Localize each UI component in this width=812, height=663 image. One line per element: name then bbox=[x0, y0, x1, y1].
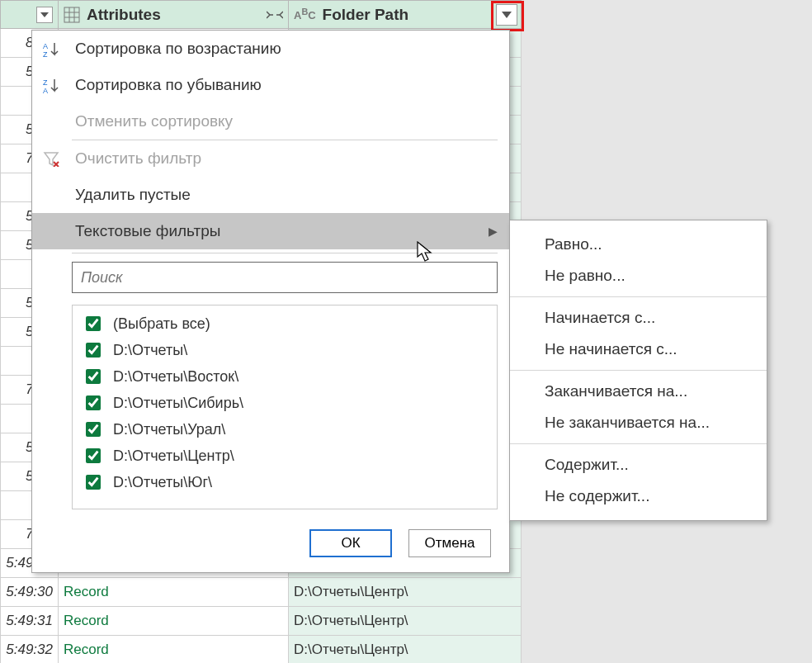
filter-value-item[interactable]: D:\Отчеты\ bbox=[73, 337, 497, 363]
menu-label: Очистить фильтр bbox=[75, 149, 201, 168]
ok-button[interactable]: ОК bbox=[309, 529, 392, 557]
filter-value-label: (Выбрать все) bbox=[113, 315, 210, 333]
menu-label: Удалить пустые bbox=[75, 186, 191, 204]
column-label: Folder Path bbox=[323, 6, 409, 24]
filter-value-label: D:\Отчеты\Урал\ bbox=[113, 421, 225, 438]
header-stub bbox=[0, 0, 59, 29]
filter-value-item[interactable]: D:\Отчеты\Восток\ bbox=[73, 363, 497, 390]
filter-ends-with[interactable]: Заканчивается на... bbox=[510, 376, 767, 407]
filter-value-label: D:\Отчеты\Сибирь\ bbox=[113, 395, 243, 412]
clear-filter-icon bbox=[39, 150, 64, 167]
menu-label: Сортировка по возрастанию bbox=[75, 40, 281, 58]
filter-checkbox[interactable] bbox=[86, 475, 101, 490]
table-row[interactable]: 5:49:32RecordD:\Отчеты\Центр\ bbox=[0, 636, 812, 663]
filter-value-item[interactable]: D:\Отчеты\Центр\ bbox=[73, 443, 497, 469]
filter-value-label: D:\Отчеты\ bbox=[113, 342, 187, 359]
filter-begins-with[interactable]: Начинается с... bbox=[510, 302, 767, 334]
sort-ascending-item[interactable]: AZ Сортировка по возрастанию bbox=[32, 31, 509, 67]
filter-checkbox[interactable] bbox=[86, 343, 101, 358]
filter-not-contains[interactable]: Не содержит... bbox=[510, 481, 767, 512]
cancel-button[interactable]: Отмена bbox=[408, 529, 491, 557]
expand-icon bbox=[267, 8, 283, 21]
separator bbox=[510, 296, 767, 297]
filter-dropdown-panel: AZ Сортировка по возрастанию ZA Сортиров… bbox=[31, 30, 510, 573]
clear-filter-item: Очистить фильтр bbox=[32, 140, 509, 177]
chevron-down-icon bbox=[502, 12, 512, 18]
svg-marker-0 bbox=[40, 12, 49, 17]
cell-time: 5:49:31 bbox=[0, 607, 59, 636]
filter-checkbox[interactable] bbox=[86, 395, 101, 410]
filter-checkbox[interactable] bbox=[86, 316, 101, 331]
filter-checkbox[interactable] bbox=[86, 422, 101, 437]
filter-value-label: D:\Отчеты\Восток\ bbox=[113, 368, 238, 386]
cell-attributes: Record bbox=[59, 636, 289, 663]
abc-type-icon: ABC bbox=[294, 7, 316, 21]
column-header-attributes[interactable]: Attributes bbox=[59, 0, 289, 29]
cell-time: 5:49:30 bbox=[0, 578, 59, 607]
text-filters-item[interactable]: Текстовые фильтры ▶ bbox=[32, 213, 509, 249]
filter-contains[interactable]: Содержит... bbox=[510, 449, 767, 481]
filter-value-item[interactable]: D:\Отчеты\Урал\ bbox=[73, 416, 497, 443]
menu-label: Текстовые фильтры bbox=[75, 222, 220, 240]
table-row[interactable]: 5:49:30RecordD:\Отчеты\Центр\ bbox=[0, 578, 812, 607]
filter-checkbox[interactable] bbox=[86, 369, 101, 384]
cell-folder-path: D:\Отчеты\Центр\ bbox=[289, 578, 522, 607]
row-selector-dropdown[interactable] bbox=[36, 7, 53, 23]
filter-equals[interactable]: Равно... bbox=[510, 229, 767, 260]
filter-search-input[interactable] bbox=[72, 262, 498, 293]
cell-folder-path: D:\Отчеты\Центр\ bbox=[289, 636, 522, 663]
table-icon bbox=[64, 7, 80, 23]
column-filter-dropdown[interactable] bbox=[496, 4, 517, 26]
svg-text:A: A bbox=[43, 42, 48, 50]
submenu-arrow-icon: ▶ bbox=[489, 225, 498, 238]
sort-descending-item[interactable]: ZA Сортировка по убыванию bbox=[32, 67, 509, 103]
svg-text:Z: Z bbox=[43, 78, 48, 87]
search-wrap bbox=[32, 253, 509, 301]
svg-rect-1 bbox=[64, 7, 79, 22]
column-header-folder-path[interactable]: ABC Folder Path bbox=[289, 0, 522, 29]
cell-attributes: Record bbox=[59, 607, 289, 636]
separator bbox=[510, 370, 767, 371]
remove-empty-item[interactable]: Удалить пустые bbox=[32, 177, 509, 213]
filter-value-item[interactable]: D:\Отчеты\Сибирь\ bbox=[73, 390, 497, 416]
column-header-row: Attributes ABC Folder Path bbox=[0, 0, 812, 29]
filter-value-label: D:\Отчеты\Центр\ bbox=[113, 448, 234, 465]
cell-folder-path: D:\Отчеты\Центр\ bbox=[289, 607, 522, 636]
filter-checkbox[interactable] bbox=[86, 448, 101, 463]
text-filters-submenu: Равно... Не равно... Начинается с... Не … bbox=[509, 220, 767, 521]
table-row[interactable]: 5:49:31RecordD:\Отчеты\Центр\ bbox=[0, 607, 812, 636]
filter-value-label: D:\Отчеты\Юг\ bbox=[113, 474, 212, 491]
svg-text:A: A bbox=[43, 87, 48, 93]
expand-column-button[interactable] bbox=[267, 7, 283, 23]
clear-sort-item: Отменить сортировку bbox=[32, 103, 509, 140]
sort-asc-icon: AZ bbox=[39, 40, 64, 57]
svg-marker-6 bbox=[502, 12, 512, 18]
dialog-buttons: ОК Отмена bbox=[32, 514, 509, 572]
filter-not-begins-with[interactable]: Не начинается с... bbox=[510, 334, 767, 365]
menu-label: Сортировка по убыванию bbox=[75, 76, 262, 94]
filter-not-ends-with[interactable]: Не заканчивается на... bbox=[510, 407, 767, 438]
filter-value-list[interactable]: (Выбрать все)D:\Отчеты\D:\Отчеты\Восток\… bbox=[72, 305, 498, 509]
filter-value-item[interactable]: (Выбрать все) bbox=[73, 310, 497, 337]
svg-text:Z: Z bbox=[43, 50, 48, 57]
cell-attributes: Record bbox=[59, 578, 289, 607]
column-label: Attributes bbox=[87, 6, 161, 24]
separator bbox=[510, 443, 767, 444]
filter-not-equals[interactable]: Не равно... bbox=[510, 260, 767, 291]
chevron-down-icon bbox=[40, 12, 49, 17]
sort-desc-icon: ZA bbox=[39, 77, 64, 93]
cell-time: 5:49:32 bbox=[0, 636, 59, 663]
filter-value-item[interactable]: D:\Отчеты\Юг\ bbox=[73, 469, 497, 495]
menu-label: Отменить сортировку bbox=[75, 112, 233, 130]
